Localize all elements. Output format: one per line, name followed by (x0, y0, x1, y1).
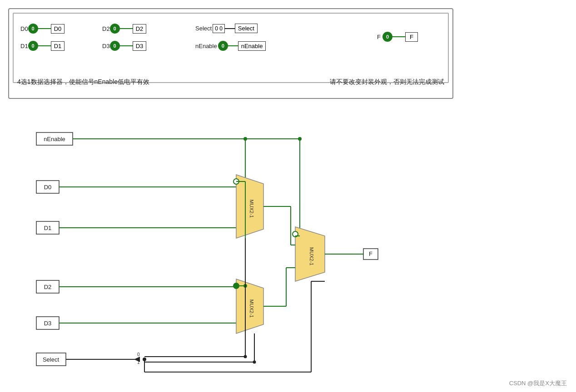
pin-nenable-input: nEnable 0 nEnable (195, 41, 266, 51)
pin-select-input: Select 0 0 Select (195, 24, 258, 33)
package-inner: D0 0 D0 D1 0 D1 D2 0 D2 D3 0 D3 Sele (13, 13, 449, 83)
desc-left: 4选1数据选择器，使能信号nEnable低电平有效 (17, 78, 149, 86)
pin-d0-input: D0 0 D0 (20, 24, 65, 34)
d2-node[interactable]: 0 (110, 24, 120, 34)
nenable-pin-box: nEnable (238, 41, 266, 51)
desc-right: 请不要改变封装外观，否则无法完成测试 (330, 78, 444, 86)
svg-text:MUX2-1: MUX2-1 (249, 299, 254, 318)
pin-d2-input: D2 0 D2 (102, 24, 146, 34)
d3-label: D3 (102, 43, 110, 49)
pin-d1-input: D1 0 D1 (20, 41, 65, 51)
d1-node[interactable]: 0 (28, 41, 38, 51)
svg-text:nEnable: nEnable (44, 136, 65, 142)
d0-label: D0 (20, 25, 28, 32)
svg-text:MUX2-1: MUX2-1 (309, 247, 314, 265)
svg-text:D3: D3 (44, 320, 52, 327)
d2-wire (120, 28, 133, 29)
watermark: CSDN @我是X大魔王 (509, 379, 567, 387)
d1-label: D1 (20, 43, 28, 49)
f-node[interactable]: 0 (382, 32, 392, 42)
select-wire (225, 28, 235, 29)
f-label: F (377, 34, 381, 40)
svg-text:MUX2-1: MUX2-1 (249, 200, 254, 218)
svg-text:0: 0 (137, 352, 140, 357)
nenable-node[interactable]: 0 (218, 41, 228, 51)
svg-text:D2: D2 (44, 284, 52, 290)
nenable-label: nEnable (195, 43, 217, 49)
svg-point-59 (143, 358, 146, 361)
f-wire (392, 36, 405, 37)
d2-pin-box: D2 (133, 24, 147, 34)
svg-text:Select: Select (43, 356, 60, 363)
d1-pin-box: D1 (51, 41, 65, 51)
d0-pin-box: D0 (51, 24, 65, 34)
d3-pin-box: D3 (133, 41, 147, 51)
select-value-box[interactable]: 0 0 (213, 24, 225, 33)
select-pin-box: Select (235, 24, 258, 33)
svg-text:D0: D0 (44, 184, 52, 191)
d2-label: D2 (102, 25, 110, 32)
d0-node[interactable]: 0 (28, 24, 38, 34)
f-pin-box: F (405, 32, 418, 42)
pin-d3-input: D3 0 D3 (102, 41, 146, 51)
select-label: Select (195, 25, 212, 32)
circuit-area: nEnable D0 D1 D2 D3 Select (0, 104, 576, 386)
d0-wire (38, 28, 51, 29)
pin-f-output: F 0 F (377, 32, 418, 42)
svg-text:F: F (369, 250, 372, 257)
circuit-svg: nEnable D0 D1 D2 D3 Select (0, 104, 576, 386)
svg-text:D1: D1 (44, 225, 52, 231)
description-row: 4选1数据选择器，使能信号nEnable低电平有效 请不要改变封装外观，否则无法… (8, 78, 453, 86)
d1-wire (38, 45, 51, 46)
d3-node[interactable]: 0 (110, 41, 120, 51)
d3-wire (120, 45, 133, 46)
nenable-wire (228, 45, 238, 46)
